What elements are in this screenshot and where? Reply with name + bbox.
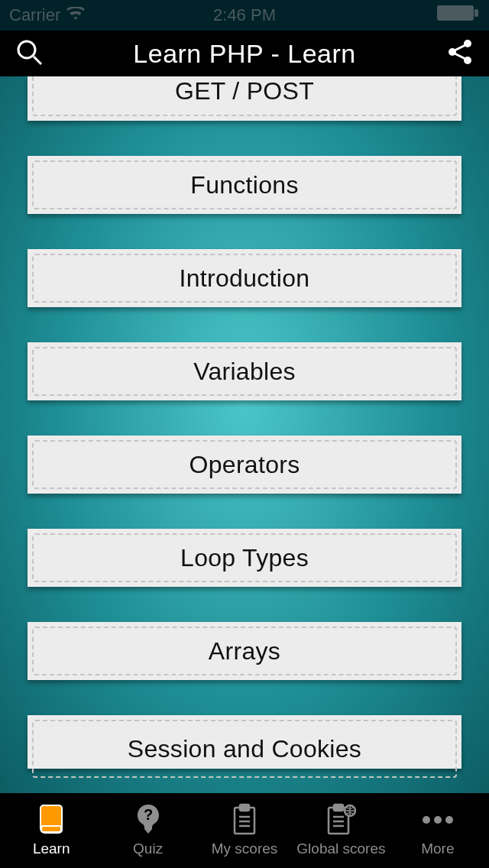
search-icon: [15, 37, 44, 70]
topic-item[interactable]: Variables: [28, 342, 461, 400]
tab-label: More: [421, 840, 454, 857]
status-bar: Carrier 2:46 PM: [0, 0, 489, 31]
page-title: Learn PHP - Learn: [133, 39, 355, 69]
share-button[interactable]: [443, 37, 477, 70]
carrier-label: Carrier: [9, 5, 60, 25]
topic-label: Introduction: [180, 264, 310, 293]
svg-rect-10: [42, 827, 60, 831]
more-icon: [421, 812, 455, 829]
topic-item[interactable]: Session and Cookies: [28, 715, 461, 769]
tab-label: Quiz: [133, 840, 163, 857]
topic-label: Operators: [189, 451, 300, 479]
tab-label: My scores: [212, 840, 278, 857]
status-right: [437, 5, 480, 26]
topic-item[interactable]: Functions: [28, 156, 461, 214]
topic-label: Arrays: [209, 637, 280, 666]
wifi-icon: [66, 5, 85, 25]
topic-label: Loop Types: [180, 544, 309, 572]
topic-label: Functions: [190, 171, 298, 199]
svg-rect-13: [240, 805, 249, 811]
svg-line-3: [34, 57, 41, 64]
svg-rect-0: [437, 5, 474, 21]
tab-my-scores[interactable]: My scores: [196, 804, 293, 857]
tab-bar: Learn ? Quiz My scores Global scores Mor…: [0, 793, 489, 868]
book-icon: [37, 804, 65, 838]
tab-more[interactable]: More: [390, 804, 486, 857]
topic-item[interactable]: Introduction: [28, 249, 461, 307]
svg-point-2: [18, 41, 35, 58]
app-header: Learn PHP - Learn: [0, 31, 489, 76]
topic-label: Session and Cookies: [128, 735, 361, 763]
tab-label: Learn: [33, 840, 70, 857]
battery-icon: [437, 5, 480, 26]
tab-learn[interactable]: Learn: [3, 804, 99, 857]
svg-point-23: [423, 816, 430, 824]
topic-list: GET / POST Functions Introduction Variab…: [0, 76, 489, 793]
svg-rect-18: [334, 805, 343, 811]
question-icon: ?: [134, 803, 162, 839]
topic-item[interactable]: GET / POST: [28, 76, 461, 121]
svg-point-25: [445, 816, 453, 824]
topic-label: GET / POST: [175, 77, 314, 105]
status-time: 2:46 PM: [213, 5, 276, 25]
clipboard-globe-icon: [325, 803, 356, 839]
topic-item[interactable]: Arrays: [28, 622, 461, 680]
topic-item[interactable]: Operators: [28, 436, 461, 494]
topic-item[interactable]: Loop Types: [28, 529, 461, 587]
svg-line-8: [455, 53, 465, 59]
tab-quiz[interactable]: ? Quiz: [99, 804, 196, 857]
svg-text:?: ?: [144, 806, 153, 823]
svg-rect-1: [474, 9, 478, 17]
search-button[interactable]: [12, 37, 46, 70]
topic-label: Variables: [193, 358, 296, 386]
share-icon: [445, 37, 474, 70]
tab-label: Global scores: [296, 840, 385, 857]
svg-point-24: [434, 816, 442, 824]
status-left: Carrier: [9, 5, 85, 25]
clipboard-icon: [232, 803, 257, 839]
tab-global-scores[interactable]: Global scores: [293, 804, 389, 857]
svg-line-7: [455, 45, 465, 50]
